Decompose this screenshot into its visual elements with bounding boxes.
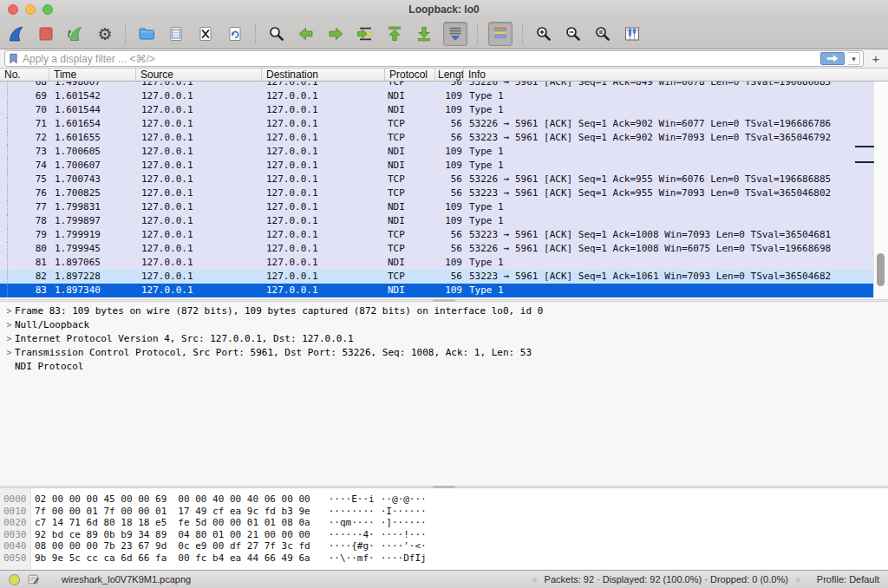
cell-length: 56 <box>435 117 464 131</box>
cell-length: 109 <box>435 256 464 270</box>
display-filter-input[interactable] <box>23 53 817 65</box>
hex-row[interactable]: 00107f 00 00 01 7f 00 00 0117 49 cf ea 9… <box>0 506 888 518</box>
packet-row[interactable]: 681.498007127.0.0.1127.0.0.1TCP5653226 →… <box>0 82 874 89</box>
splitter-grip[interactable] <box>433 299 455 302</box>
packet-row[interactable]: 801.799945127.0.0.1127.0.0.1TCP5653226 →… <box>0 242 874 256</box>
hex-row[interactable]: 003092 bd ce 89 0b b9 34 8904 80 01 00 2… <box>0 529 888 541</box>
hex-offset: 0030 <box>0 529 27 541</box>
stop-square-icon <box>37 25 55 42</box>
packet-row[interactable]: 701.601544127.0.0.1127.0.0.1NDI109Type 1 <box>0 103 874 117</box>
cell-no: 80 <box>0 242 49 256</box>
list-details-splitter[interactable] <box>0 299 888 302</box>
detail-text: NDI Protocol <box>15 361 83 372</box>
hex-row[interactable]: 000002 00 00 00 45 00 00 6900 00 40 00 4… <box>0 493 888 506</box>
add-filter-button[interactable]: + <box>868 51 884 67</box>
apply-filter-button[interactable] <box>820 52 845 65</box>
detail-line[interactable]: >Null/Loopback <box>0 318 888 332</box>
cell-length: 109 <box>435 145 464 159</box>
close-document-icon <box>197 25 214 42</box>
packet-row[interactable]: 741.700607127.0.0.1127.0.0.1NDI109Type 1 <box>0 159 874 173</box>
column-header-destination[interactable]: Destination <box>262 69 385 81</box>
column-header-length[interactable]: Length <box>435 69 464 81</box>
shark-fin-restart-icon <box>67 25 84 42</box>
close-window-button[interactable] <box>8 4 18 15</box>
packet-row[interactable]: 711.601654127.0.0.1127.0.0.1TCP5653226 →… <box>0 117 874 131</box>
open-file-button[interactable] <box>136 23 157 45</box>
reload-file-button[interactable] <box>225 23 245 45</box>
go-forward-button[interactable] <box>325 23 346 45</box>
go-first-packet-button[interactable] <box>384 23 405 45</box>
cell-info: Type 1 <box>464 89 874 103</box>
arrow-left-icon <box>297 25 315 42</box>
zoom-in-button[interactable] <box>533 23 554 45</box>
packet-row[interactable]: 811.897065127.0.0.1127.0.0.1NDI109Type 1 <box>0 256 874 270</box>
resize-columns-button[interactable] <box>622 23 643 45</box>
expand-chevron-icon[interactable]: > <box>3 332 15 346</box>
expert-info-icon[interactable] <box>9 574 20 585</box>
hex-row[interactable]: 004008 00 00 00 7b 23 67 9d0c e9 00 df 2… <box>0 540 888 552</box>
ascii-right: ·I······ <box>381 506 427 518</box>
ascii-left: ····{#g· <box>329 540 375 552</box>
column-header-protocol[interactable]: Protocol <box>385 69 435 81</box>
cell-source: 127.0.0.1 <box>136 256 262 270</box>
ascii-right: ··@·@··· <box>381 493 427 506</box>
packet-row[interactable]: 751.700743127.0.0.1127.0.0.1TCP5653226 →… <box>0 173 874 186</box>
packet-row[interactable]: 781.799897127.0.0.1127.0.0.1NDI109Type 1 <box>0 214 874 228</box>
hex-row[interactable]: 0020c7 14 71 6d 80 18 18 e5fe 5d 00 00 0… <box>0 517 888 529</box>
cell-protocol: TCP <box>385 270 435 284</box>
hex-offset: 0020 <box>0 517 27 529</box>
find-packet-button[interactable] <box>266 23 287 45</box>
expand-chevron-icon[interactable]: > <box>3 318 15 332</box>
bookmark-icon[interactable] <box>8 53 19 64</box>
filter-history-dropdown[interactable]: ▾ <box>848 52 860 65</box>
packet-row[interactable]: 821.897228127.0.0.1127.0.0.1TCP5653223 →… <box>0 270 874 284</box>
packet-row[interactable]: 691.601542127.0.0.1127.0.0.1NDI109Type 1 <box>0 89 874 103</box>
minimize-window-button[interactable] <box>25 4 36 15</box>
detail-line[interactable]: NDI Protocol <box>0 360 888 374</box>
capture-options-button[interactable]: ⚙ <box>95 23 115 45</box>
cell-source: 127.0.0.1 <box>136 214 262 228</box>
packet-row[interactable]: 721.601655127.0.0.1127.0.0.1TCP5653223 →… <box>0 131 874 145</box>
packet-list-scrollbar[interactable] <box>873 82 888 299</box>
detail-line[interactable]: >Transmission Control Protocol, Src Port… <box>0 346 888 360</box>
cell-time: 1.700605 <box>49 145 136 159</box>
capture-comment-icon[interactable] <box>28 573 40 585</box>
packet-row[interactable]: 831.897340127.0.0.1127.0.0.1NDI109Type 1 <box>0 284 874 297</box>
zoom-out-button[interactable] <box>563 23 584 45</box>
expand-chevron-icon[interactable]: > <box>3 304 15 318</box>
toolbar-separator <box>477 23 479 44</box>
arrow-right-icon <box>327 25 344 42</box>
colorize-button[interactable] <box>488 22 513 46</box>
zoom-reset-button[interactable] <box>592 23 613 45</box>
scrollbar-thumb[interactable] <box>877 253 885 286</box>
save-file-button[interactable] <box>166 23 186 45</box>
detail-line[interactable]: >Internet Protocol Version 4, Src: 127.0… <box>0 332 888 346</box>
packet-row[interactable]: 771.799831127.0.0.1127.0.0.1NDI109Type 1 <box>0 200 874 214</box>
column-header-info[interactable]: Info <box>464 69 888 81</box>
go-last-packet-button[interactable] <box>414 23 434 45</box>
stop-capture-button[interactable] <box>36 23 56 45</box>
profile-label[interactable]: Profile: Default <box>817 574 879 585</box>
close-file-button[interactable] <box>195 23 216 45</box>
zoom-window-button[interactable] <box>42 4 53 15</box>
detail-line[interactable]: >Frame 83: 109 bytes on wire (872 bits),… <box>0 304 888 318</box>
packet-row[interactable]: 731.700605127.0.0.1127.0.0.1NDI109Type 1 <box>0 145 874 159</box>
hex-row[interactable]: 00509b 9e 5c cc ca 6d 66 fa00 fc b4 ea 4… <box>0 552 888 565</box>
expand-chevron-icon[interactable]: > <box>3 346 15 360</box>
detail-lines: >Frame 83: 109 bytes on wire (872 bits),… <box>0 304 888 374</box>
column-header-source[interactable]: Source <box>136 69 262 81</box>
column-header-no[interactable]: No. <box>0 69 49 81</box>
cell-info: Type 1 <box>464 200 874 214</box>
start-capture-button[interactable] <box>6 23 27 45</box>
capture-filename[interactable]: wireshark_lo0V7K9M1.pcapng <box>62 574 191 585</box>
auto-scroll-button[interactable] <box>443 22 467 46</box>
go-back-button[interactable] <box>296 23 317 45</box>
go-to-packet-button[interactable] <box>355 23 375 45</box>
display-filter-field[interactable]: ▾ <box>4 50 864 67</box>
hex-bytes-right: 04 80 01 00 21 00 00 00 <box>178 529 310 541</box>
restart-capture-button[interactable] <box>65 23 86 45</box>
packet-row[interactable]: 791.799919127.0.0.1127.0.0.1TCP5653223 →… <box>0 228 874 242</box>
cell-protocol: TCP <box>385 173 435 186</box>
column-header-time[interactable]: Time <box>49 69 136 81</box>
packet-row[interactable]: 761.700825127.0.0.1127.0.0.1TCP5653223 →… <box>0 186 874 200</box>
